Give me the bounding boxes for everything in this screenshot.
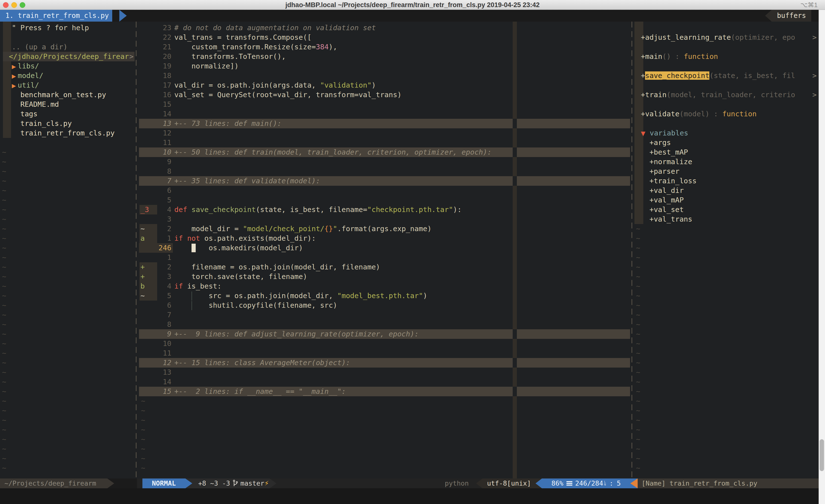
vim-command-line[interactable] xyxy=(0,488,819,504)
code-line[interactable]: 246 os.makedirs(model_dir) xyxy=(139,243,630,253)
tree-item[interactable]: tags xyxy=(0,109,135,119)
tag-item[interactable]: ▼ variables xyxy=(634,128,825,138)
window-separator[interactable] xyxy=(631,22,632,479)
line-number: 9 xyxy=(145,329,171,339)
code-line[interactable]: 17val_dir = os.path.join(args.data, "val… xyxy=(139,80,630,90)
code-line[interactable]: 7 xyxy=(139,310,630,320)
window-separator[interactable] xyxy=(136,22,137,479)
text-segment: +-- 2 lines: if __name__ == "__main__": xyxy=(174,387,346,396)
code-line[interactable]: _34def save_checkpoint(state, is_best, f… xyxy=(139,205,630,215)
code-line[interactable]: 1 xyxy=(139,253,630,262)
code-window[interactable]: 23# do not do data augmentation on valid… xyxy=(139,22,630,479)
tag-item[interactable]: +args xyxy=(634,138,825,148)
empty-line-tilde: ~ xyxy=(636,301,640,310)
line-number: 14 xyxy=(145,109,171,119)
tag-item[interactable]: +adjust_learning_rate(optimizer, epo> xyxy=(634,33,825,42)
code-line[interactable]: 16val_set = QuerySet(root=val_dir, trans… xyxy=(139,90,630,100)
code-line[interactable]: 9 xyxy=(139,157,630,167)
tag-item[interactable]: +best_mAP xyxy=(634,148,825,157)
tree-item[interactable]: train_cls.py xyxy=(0,119,135,128)
git-branch-icon xyxy=(232,480,238,487)
code-line[interactable]: 15 xyxy=(139,100,630,109)
text-segment: tags xyxy=(12,110,38,118)
tag-item[interactable]: +train_loss xyxy=(634,176,825,186)
tree-item[interactable]: benchmark_on_test.py xyxy=(0,90,135,100)
tag-item[interactable]: +val_mAP xyxy=(634,195,825,205)
code-line[interactable]: 21 custom_transform.Resize(size=384), xyxy=(139,42,630,52)
text-segment: ▶ xyxy=(12,64,18,70)
code-line[interactable]: 8 xyxy=(139,167,630,176)
airline-statusline: ~/Projects/deep_firearm NORMAL +8 ~3 -3 … xyxy=(0,479,819,488)
tag-item[interactable]: +val_trans xyxy=(634,215,825,224)
code-line[interactable]: ~2 model_dir = "model/check_point/{}".fo… xyxy=(139,224,630,234)
code-text: val_trans = transforms.Compose([ xyxy=(174,33,312,42)
tag-item[interactable]: +parser xyxy=(634,167,825,176)
tree-item[interactable]: " Press ? for help xyxy=(0,23,135,33)
code-line[interactable]: 6 xyxy=(139,186,630,195)
tree-item[interactable]: train_retr_from_cls.py xyxy=(0,128,135,138)
folded-code-line[interactable]: 10+-- 50 lines: def train(model, train_l… xyxy=(139,148,630,157)
empty-line-tilde: ~ xyxy=(2,348,6,358)
code-line[interactable]: 6 shutil.copyfile(filename, src) xyxy=(139,301,630,310)
line-number: 6 xyxy=(145,186,171,195)
empty-line-tilde: ~ xyxy=(2,444,6,454)
text-segment: save_checkpoint xyxy=(645,71,709,80)
code-line[interactable]: 22val_trans = transforms.Compose([ xyxy=(139,33,630,42)
code-line[interactable]: 23# do not do data augmentation on valid… xyxy=(139,23,630,33)
line-number: 18 xyxy=(145,71,171,80)
code-line[interactable]: 12 xyxy=(139,128,630,138)
tab-active[interactable]: 1. train_retr_from_cls.py xyxy=(0,10,112,22)
tag-item[interactable]: +save_checkpoint(state, is_best, fil> xyxy=(634,71,825,80)
code-line[interactable]: 20 transforms.ToTensor(), xyxy=(139,52,630,61)
code-line[interactable]: ~5 src = os.path.join(model_dir, "model_… xyxy=(139,291,630,301)
tagbar-blank-line xyxy=(634,80,825,90)
code-line[interactable]: 10 xyxy=(139,339,630,348)
tag-item[interactable]: +normalize xyxy=(634,157,825,167)
code-line[interactable]: 18 xyxy=(139,71,630,80)
code-line[interactable]: +2 filename = os.path.join(model_dir, fi… xyxy=(139,262,630,272)
code-line[interactable]: a1if not os.path.exists(model_dir): xyxy=(139,234,630,243)
tree-empty-line: ~ xyxy=(0,387,135,396)
code-text: +-- 50 lines: def train(model, train_loa… xyxy=(174,148,492,157)
line-number: 5 xyxy=(145,195,171,205)
code-line[interactable]: +3 torch.save(state, filename) xyxy=(139,272,630,281)
tree-root-item[interactable]: </jdhao/Projects/deep_firear> xyxy=(3,52,135,61)
tree-item[interactable]: ▶ libs/ xyxy=(0,61,135,71)
code-line[interactable]: 11 xyxy=(139,138,630,148)
tag-item[interactable]: +main() : function xyxy=(634,52,825,61)
code-line[interactable]: 11 xyxy=(139,348,630,358)
code-line[interactable]: b4if is_best: xyxy=(139,281,630,291)
folded-code-line[interactable]: 9+-- 9 lines: def adjust_learning_rate(o… xyxy=(139,329,630,339)
folded-code-line[interactable]: 13+-- 73 lines: def main(): xyxy=(139,119,630,128)
tree-item[interactable]: README.md xyxy=(0,100,135,109)
tagbar-blank-line xyxy=(634,23,825,33)
text-segment: benchmark_on_test.py xyxy=(12,91,106,99)
empty-line-tilde: ~ xyxy=(636,444,640,454)
code-line[interactable]: 3 xyxy=(139,215,630,224)
code-line[interactable]: 8 xyxy=(139,320,630,329)
folded-code-line[interactable]: 12+-- 15 lines: class AverageMeter(objec… xyxy=(139,358,630,367)
empty-line-tilde: ~ xyxy=(636,320,640,329)
code-line[interactable]: 19 normalize]) xyxy=(139,61,630,71)
scrollbar-thumb[interactable] xyxy=(820,439,824,471)
code-line[interactable]: 14 xyxy=(139,109,630,119)
tag-item[interactable]: +val_set xyxy=(634,205,825,215)
tree-item[interactable]: ▶ model/ xyxy=(0,71,135,80)
lines-icon xyxy=(567,481,572,486)
empty-line-tilde: ~ xyxy=(2,387,6,396)
tree-item[interactable]: ▶ util/ xyxy=(0,80,135,90)
tag-item[interactable]: +validate(model) : function xyxy=(634,109,825,119)
code-line[interactable]: 13 xyxy=(139,367,630,377)
code-line[interactable]: 14 xyxy=(139,377,630,387)
tree-empty-line: ~ xyxy=(0,444,135,454)
folded-code-line[interactable]: 7+-- 35 lines: def validate(model): xyxy=(139,176,630,186)
tree-item[interactable] xyxy=(0,33,135,42)
tag-item[interactable]: +train(model, train_loader, criterio> xyxy=(634,90,825,100)
tag-item[interactable]: +val_dir xyxy=(634,186,825,195)
folded-code-line[interactable]: 15+-- 2 lines: if __name__ == "__main__"… xyxy=(139,387,630,396)
code-line[interactable]: 5 xyxy=(139,195,630,205)
tree-empty-line: ~ xyxy=(0,329,135,339)
empty-line-tilde: ~ xyxy=(2,215,6,224)
terminal-scrollbar[interactable] xyxy=(819,10,825,504)
tree-item[interactable]: .. (up a dir) xyxy=(0,42,135,52)
